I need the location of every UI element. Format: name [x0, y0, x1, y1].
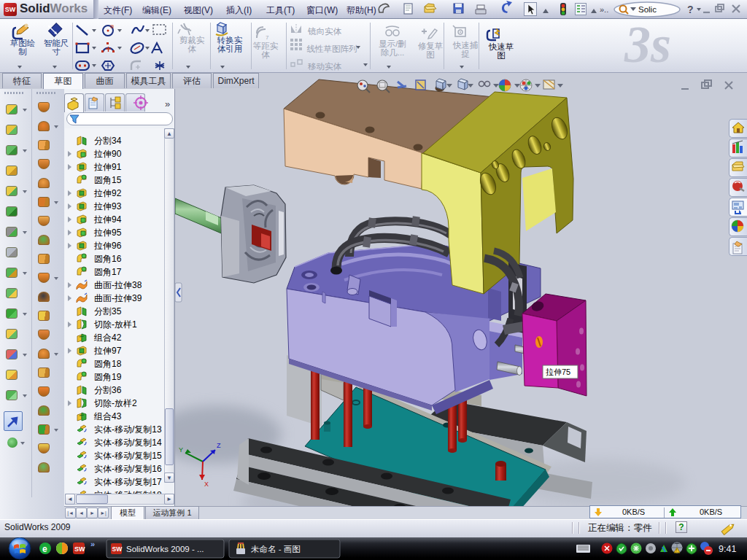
svg-text:Z: Z — [217, 442, 221, 449]
svg-text:SolidWorks 2009 - ...: SolidWorks 2009 - ... — [126, 545, 204, 553]
svg-text:»: » — [165, 98, 170, 109]
svg-text:未命名 - 画图: 未命名 - 画图 — [251, 545, 301, 553]
svg-text:?: ? — [687, 4, 694, 15]
svg-text:e: e — [42, 544, 47, 554]
svg-text:SW: SW — [112, 545, 123, 553]
svg-text:拉伸75: 拉伸75 — [546, 368, 570, 376]
svg-text:SW: SW — [74, 545, 85, 553]
svg-text:Y: Y — [179, 446, 183, 454]
svg-text:»..: ».. — [600, 5, 608, 14]
svg-text:X: X — [204, 481, 209, 488]
svg-text:»: » — [90, 540, 95, 548]
svg-text:9:41: 9:41 — [719, 544, 736, 554]
svg-text:Solic: Solic — [638, 5, 657, 14]
svg-text:7: 7 — [266, 34, 269, 41]
